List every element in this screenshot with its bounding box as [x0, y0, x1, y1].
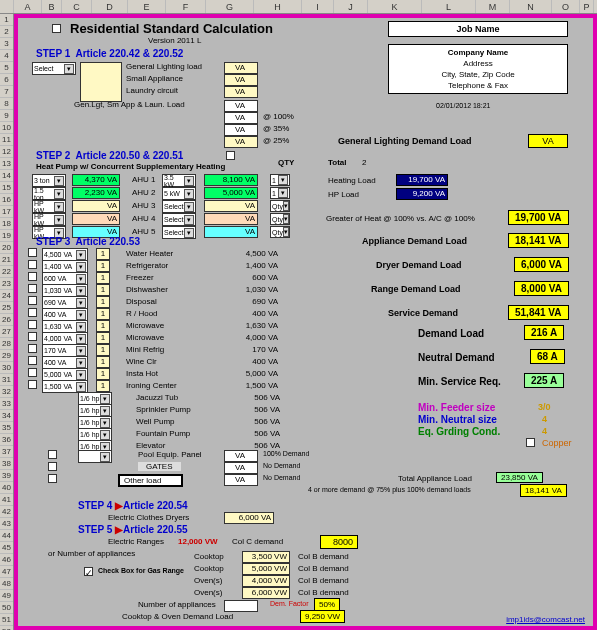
gates-note: No Demand	[263, 462, 300, 469]
num-appl: Number of appliances	[138, 600, 216, 609]
appl-qty: 1	[96, 380, 110, 392]
grding-l: Eq. Grding Cond.	[418, 426, 500, 437]
four-more-v: 18,141 VA	[520, 484, 567, 497]
copper-cb[interactable]	[526, 438, 535, 447]
motor-name: Well Pump	[136, 417, 175, 426]
appl-cb[interactable]	[28, 308, 37, 317]
other-cb[interactable]	[48, 474, 57, 483]
title-checkbox[interactable]	[52, 24, 61, 33]
appl-qty: 1	[96, 284, 110, 296]
feeder-l: Min. Feeder size	[418, 402, 495, 413]
appl-cb[interactable]	[28, 284, 37, 293]
email-link[interactable]: imp1ids@comcast.net	[506, 615, 585, 624]
four-more: 4 or more demand @ 75% plus 100% demand …	[308, 486, 471, 493]
kw-select[interactable]: Select▾	[162, 200, 196, 213]
step4-heading: STEP 4 ▶Article 220.54	[78, 500, 188, 511]
step1-select[interactable]: Select▾	[32, 62, 76, 75]
ahu-va: 8,100 VA	[204, 174, 258, 186]
cook-v[interactable]: 4,000 VW	[242, 575, 290, 587]
cook-name: Oven(s)	[194, 588, 222, 597]
ahu-label: AHU 4	[132, 214, 156, 223]
cook-col: Col B demand	[298, 564, 349, 573]
cook-v[interactable]: 5,000 VW	[242, 563, 290, 575]
other-label[interactable]: Other load	[118, 474, 183, 487]
appl-cb[interactable]	[28, 248, 37, 257]
va-box[interactable]: VA	[224, 86, 258, 98]
gas-cb[interactable]: ✓	[84, 567, 93, 576]
qty-select[interactable]: Qty▾	[270, 200, 290, 212]
pool-select[interactable]: ▾	[78, 450, 112, 463]
motor-name: Sprinkler Pump	[136, 405, 191, 414]
appl-val: 5,000 VA	[228, 369, 278, 378]
cook-v[interactable]: 6,000 VW	[242, 587, 290, 599]
service-demand-v: 51,841 VA	[508, 305, 569, 320]
tot-appl-v: 23,850 VA	[496, 472, 543, 483]
qty-select[interactable]: Qty▾	[270, 226, 290, 238]
kw-select[interactable]: Select▾	[162, 226, 196, 239]
neutral-demand-l: Neutral Demand	[418, 352, 495, 363]
sheet-canvas[interactable]: Residential Standard Calculation Version…	[14, 14, 597, 630]
appl-qty: 1	[96, 344, 110, 356]
total-label: Total	[328, 158, 347, 167]
chevron-down-icon[interactable]: ▾	[64, 64, 74, 74]
timestamp: 02/01/2012 18:21	[436, 102, 491, 109]
step2-cb[interactable]	[226, 151, 235, 160]
num-appl-v[interactable]	[224, 600, 258, 612]
appl-cb[interactable]	[28, 320, 37, 329]
appl-cb[interactable]	[28, 332, 37, 341]
kw-select[interactable]: Select▾	[162, 213, 196, 226]
col-c-v: 8000	[320, 535, 358, 549]
demand-load-v: 216 A	[524, 325, 564, 340]
appl-cb[interactable]	[28, 296, 37, 305]
step1-heading: STEP 1 Article 220.42 & 220.52	[36, 48, 183, 59]
column-headers: AB CD EF GH IJ KL MN OP	[0, 0, 597, 14]
hp-load-l: HP Load	[328, 190, 359, 199]
appl-cb[interactable]	[28, 344, 37, 353]
appl-cb[interactable]	[28, 356, 37, 365]
greater-label: Greater of Heat @ 100% vs. A/C @ 100%	[326, 214, 475, 223]
hp-select[interactable]: 1.5 ton▾	[32, 187, 66, 200]
job-name-box[interactable]: Job Name	[388, 21, 568, 37]
kw-select[interactable]: 5 kW▾	[162, 187, 196, 200]
step1-yellow-block	[80, 62, 122, 102]
step4-v[interactable]: 6,000 VA	[224, 512, 274, 524]
appl-val: 4,500 VA	[228, 249, 278, 258]
ahu-va: VA	[204, 213, 258, 225]
va-box[interactable]: VA	[224, 74, 258, 86]
appl-cb[interactable]	[28, 380, 37, 389]
va-box: VA	[224, 100, 258, 112]
appl-cb[interactable]	[28, 260, 37, 269]
other-va[interactable]: VA	[224, 474, 258, 486]
appl-val: 690 VA	[228, 297, 278, 306]
hp-select[interactable]: 3 ton▾	[32, 174, 66, 187]
step1-item-3: Laundry circuit	[126, 86, 178, 95]
pool-va[interactable]: VA	[224, 450, 258, 462]
qty-select[interactable]: 1▾	[270, 174, 290, 186]
motor-val: 506 VA	[240, 429, 280, 438]
gates-cb[interactable]	[48, 462, 57, 471]
hp-load-v: 9,200 VA	[396, 188, 448, 200]
appl-cb[interactable]	[28, 272, 37, 281]
appl-name: Refrigerator	[126, 261, 168, 270]
demand-load-l: Demand Load	[418, 328, 484, 339]
ahu-label: AHU 1	[132, 175, 156, 184]
step5-heading: STEP 5 ▶Article 220.55	[78, 524, 188, 535]
hp-select[interactable]: HP kW▾	[32, 213, 66, 226]
step1-item-1: General Lighting load	[126, 62, 202, 71]
cook-v[interactable]: 3,500 VW	[242, 551, 290, 563]
pool-cb[interactable]	[48, 450, 57, 459]
gl-demand-value: VA	[528, 134, 568, 148]
hp-select[interactable]: HP kW▾	[32, 200, 66, 213]
gl-demand-label: General Lighting Demand Load	[338, 136, 472, 146]
tot-appl-l: Total Appliance Load	[398, 474, 472, 483]
va-box[interactable]: VA	[224, 62, 258, 74]
kw-select[interactable]: 3.5 kW▾	[162, 174, 196, 187]
appl-cb[interactable]	[28, 368, 37, 377]
qty-select[interactable]: 1▾	[270, 187, 290, 199]
motor-val: 506 VA	[240, 441, 280, 450]
appl-name: Insta Hot	[126, 369, 158, 378]
gates-va[interactable]: VA	[224, 462, 258, 474]
cook-col: Col B demand	[298, 576, 349, 585]
qty-select[interactable]: Qty▾	[270, 213, 290, 225]
pct-25: @ 25%	[263, 136, 289, 145]
